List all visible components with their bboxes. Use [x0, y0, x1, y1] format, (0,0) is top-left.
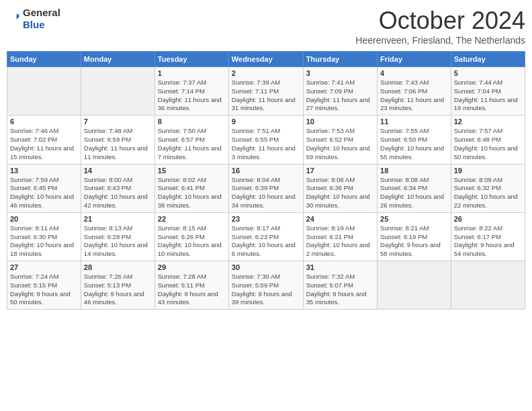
calendar-day-header: Friday [378, 52, 451, 67]
day-number: 21 [84, 215, 152, 223]
day-detail: Sunrise: 8:13 AMSunset: 6:28 PMDaylight:… [84, 224, 148, 257]
day-detail: Sunrise: 7:53 AMSunset: 6:52 PMDaylight:… [306, 127, 370, 160]
calendar-day-cell: 22Sunrise: 8:15 AMSunset: 6:26 PMDayligh… [154, 212, 228, 261]
day-number: 5 [454, 69, 522, 77]
day-detail: Sunrise: 7:59 AMSunset: 6:45 PMDaylight:… [10, 176, 74, 209]
calendar-day-cell: 23Sunrise: 8:17 AMSunset: 6:23 PMDayligh… [228, 212, 303, 261]
calendar-day-header: Tuesday [154, 52, 228, 67]
day-detail: Sunrise: 7:37 AMSunset: 7:14 PMDaylight:… [158, 79, 222, 111]
day-number: 18 [380, 167, 448, 175]
calendar-body: 1Sunrise: 7:37 AMSunset: 7:14 PMDaylight… [7, 67, 525, 310]
day-number: 31 [306, 263, 374, 271]
day-detail: Sunrise: 8:19 AMSunset: 6:21 PMDaylight:… [306, 224, 370, 257]
title-block: October 2024 Heerenveen, Friesland, The … [355, 7, 525, 46]
calendar-week-row: 20Sunrise: 8:11 AMSunset: 6:30 PMDayligh… [7, 212, 525, 261]
calendar-day-cell: 31Sunrise: 7:32 AMSunset: 5:07 PMDayligh… [303, 261, 377, 310]
calendar-header-row: SundayMondayTuesdayWednesdayThursdayFrid… [7, 52, 525, 67]
calendar-day-cell: 29Sunrise: 7:28 AMSunset: 5:11 PMDayligh… [154, 261, 228, 310]
calendar-day-cell [81, 67, 154, 116]
logo-icon [7, 12, 20, 26]
day-detail: Sunrise: 7:30 AMSunset: 5:09 PMDaylight:… [232, 273, 292, 306]
calendar-day-cell: 12Sunrise: 7:57 AMSunset: 6:48 PMDayligh… [451, 116, 525, 164]
calendar-day-cell: 6Sunrise: 7:46 AMSunset: 7:02 PMDaylight… [7, 116, 81, 164]
calendar-day-cell: 21Sunrise: 8:13 AMSunset: 6:28 PMDayligh… [81, 212, 154, 261]
day-detail: Sunrise: 8:17 AMSunset: 6:23 PMDaylight:… [232, 224, 296, 257]
day-detail: Sunrise: 7:50 AMSunset: 6:57 PMDaylight:… [158, 127, 222, 160]
day-detail: Sunrise: 8:04 AMSunset: 6:39 PMDaylight:… [232, 176, 296, 209]
calendar-day-cell: 27Sunrise: 7:24 AMSunset: 5:15 PMDayligh… [7, 261, 81, 310]
day-number: 23 [232, 215, 300, 223]
page-header: General Blue October 2024 Heerenveen, Fr… [7, 7, 525, 46]
calendar-day-cell: 8Sunrise: 7:50 AMSunset: 6:57 PMDaylight… [154, 116, 228, 164]
day-detail: Sunrise: 7:43 AMSunset: 7:06 PMDaylight:… [380, 79, 444, 111]
calendar-day-header: Sunday [7, 52, 81, 67]
calendar-day-cell: 7Sunrise: 7:48 AMSunset: 6:59 PMDaylight… [81, 116, 154, 164]
calendar-day-cell: 4Sunrise: 7:43 AMSunset: 7:06 PMDaylight… [378, 67, 451, 116]
calendar-day-cell: 24Sunrise: 8:19 AMSunset: 6:21 PMDayligh… [303, 212, 377, 261]
day-detail: Sunrise: 8:08 AMSunset: 6:34 PMDaylight:… [380, 176, 444, 209]
day-number: 14 [84, 167, 152, 175]
day-detail: Sunrise: 7:46 AMSunset: 7:02 PMDaylight:… [10, 127, 74, 160]
day-detail: Sunrise: 8:21 AMSunset: 6:19 PMDaylight:… [380, 224, 441, 257]
day-number: 3 [306, 69, 374, 77]
day-detail: Sunrise: 7:51 AMSunset: 6:55 PMDaylight:… [232, 127, 296, 160]
day-detail: Sunrise: 7:55 AMSunset: 6:50 PMDaylight:… [380, 127, 444, 160]
calendar-day-header: Monday [81, 52, 154, 67]
day-detail: Sunrise: 7:32 AMSunset: 5:07 PMDaylight:… [306, 273, 367, 306]
day-number: 1 [158, 69, 226, 77]
day-detail: Sunrise: 8:00 AMSunset: 6:43 PMDaylight:… [84, 176, 148, 209]
logo-blue-text: Blue [23, 19, 45, 30]
day-number: 12 [454, 118, 522, 126]
calendar-day-cell: 3Sunrise: 7:41 AMSunset: 7:09 PMDaylight… [303, 67, 377, 116]
day-number: 9 [232, 118, 300, 126]
day-number: 16 [232, 167, 300, 175]
calendar-day-cell: 2Sunrise: 7:39 AMSunset: 7:11 PMDaylight… [228, 67, 303, 116]
day-number: 29 [158, 263, 226, 271]
logo-general-text: General [23, 7, 60, 18]
day-number: 8 [158, 118, 226, 126]
calendar-week-row: 27Sunrise: 7:24 AMSunset: 5:15 PMDayligh… [7, 261, 525, 310]
day-number: 30 [232, 263, 300, 271]
day-detail: Sunrise: 7:39 AMSunset: 7:11 PMDaylight:… [232, 79, 296, 111]
calendar-day-cell: 26Sunrise: 8:22 AMSunset: 6:17 PMDayligh… [451, 212, 525, 261]
calendar-day-cell: 15Sunrise: 8:02 AMSunset: 6:41 PMDayligh… [154, 164, 228, 212]
calendar-day-header: Wednesday [228, 52, 303, 67]
day-detail: Sunrise: 7:48 AMSunset: 6:59 PMDaylight:… [84, 127, 148, 160]
calendar-day-header: Thursday [303, 52, 377, 67]
calendar-day-cell: 1Sunrise: 7:37 AMSunset: 7:14 PMDaylight… [154, 67, 228, 116]
calendar-day-cell: 20Sunrise: 8:11 AMSunset: 6:30 PMDayligh… [7, 212, 81, 261]
day-number: 11 [380, 118, 448, 126]
day-number: 28 [84, 263, 152, 271]
day-detail: Sunrise: 7:26 AMSunset: 5:13 PMDaylight:… [84, 273, 144, 306]
day-number: 26 [454, 215, 522, 223]
calendar-day-cell: 10Sunrise: 7:53 AMSunset: 6:52 PMDayligh… [303, 116, 377, 164]
day-number: 17 [306, 167, 374, 175]
day-detail: Sunrise: 7:44 AMSunset: 7:04 PMDaylight:… [454, 79, 518, 111]
location-text: Heerenveen, Friesland, The Netherlands [355, 35, 525, 46]
calendar-day-cell: 28Sunrise: 7:26 AMSunset: 5:13 PMDayligh… [81, 261, 154, 310]
day-detail: Sunrise: 8:11 AMSunset: 6:30 PMDaylight:… [10, 224, 74, 257]
day-number: 4 [380, 69, 448, 77]
day-detail: Sunrise: 7:57 AMSunset: 6:48 PMDaylight:… [454, 127, 518, 160]
logo: General Blue [7, 7, 60, 31]
calendar-day-cell: 25Sunrise: 8:21 AMSunset: 6:19 PMDayligh… [378, 212, 451, 261]
calendar-day-cell: 17Sunrise: 8:06 AMSunset: 6:36 PMDayligh… [303, 164, 377, 212]
day-number: 22 [158, 215, 226, 223]
calendar-day-cell: 5Sunrise: 7:44 AMSunset: 7:04 PMDaylight… [451, 67, 525, 116]
calendar-day-cell [378, 261, 451, 310]
calendar-day-cell: 30Sunrise: 7:30 AMSunset: 5:09 PMDayligh… [228, 261, 303, 310]
day-detail: Sunrise: 8:02 AMSunset: 6:41 PMDaylight:… [158, 176, 222, 209]
day-number: 13 [10, 167, 78, 175]
day-detail: Sunrise: 7:28 AMSunset: 5:11 PMDaylight:… [158, 273, 218, 306]
calendar-day-cell: 16Sunrise: 8:04 AMSunset: 6:39 PMDayligh… [228, 164, 303, 212]
calendar-day-header: Saturday [451, 52, 525, 67]
calendar-day-cell [451, 261, 525, 310]
day-number: 2 [232, 69, 300, 77]
day-detail: Sunrise: 8:09 AMSunset: 6:32 PMDaylight:… [454, 176, 518, 209]
calendar-day-cell [7, 67, 81, 116]
calendar-day-cell: 14Sunrise: 8:00 AMSunset: 6:43 PMDayligh… [81, 164, 154, 212]
calendar-week-row: 13Sunrise: 7:59 AMSunset: 6:45 PMDayligh… [7, 164, 525, 212]
calendar-week-row: 1Sunrise: 7:37 AMSunset: 7:14 PMDaylight… [7, 67, 525, 116]
month-title: October 2024 [355, 7, 525, 35]
day-number: 24 [306, 215, 374, 223]
